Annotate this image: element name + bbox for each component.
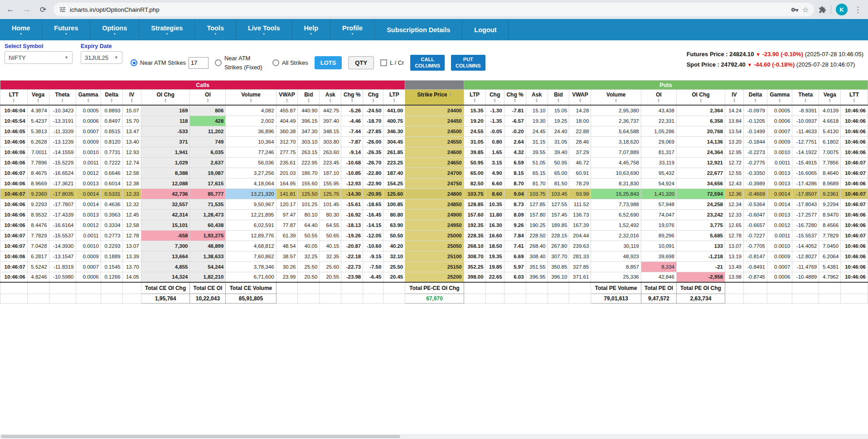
puts-vega-cell: 8.4640 <box>819 168 841 178</box>
column-header-calls-ltp[interactable]: LTP▲▼ <box>383 90 405 106</box>
column-header-puts-theta[interactable]: Theta▲▼ <box>792 90 819 106</box>
puts-vwap-cell: 18.00 <box>569 116 591 126</box>
column-header-calls-vwap[interactable]: VWAP▲▼ <box>276 90 298 106</box>
puts-bid-cell: 228.15 <box>548 230 569 241</box>
puts-vwap-cell: 46.72 <box>569 157 591 168</box>
column-header-puts-oi[interactable]: OI▲▼ <box>641 90 676 106</box>
reload-icon[interactable]: ⟳ <box>37 4 49 15</box>
column-header-puts-iv[interactable]: IV▲▼ <box>725 90 743 106</box>
l-cr-checkbox[interactable] <box>380 59 387 66</box>
column-header-puts-vega[interactable]: Vega▲▼ <box>819 90 841 106</box>
put-columns-button[interactable]: PUT COLUMNS <box>451 55 485 71</box>
column-header-calls-chg[interactable]: Chg %▲▼ <box>341 90 363 106</box>
nav-item-strategies[interactable]: Strategies▼ <box>139 19 195 40</box>
puts-delta-cell: -0.1499 <box>743 126 767 136</box>
caret-down-icon: ▼ <box>65 33 68 35</box>
extensions-icon[interactable] <box>819 6 826 14</box>
password-key-icon[interactable] <box>791 6 799 14</box>
puts-volume-cell: 3,18,620 <box>591 136 641 147</box>
total-value-total-ce-volume: 85,91,805 <box>226 294 276 304</box>
sort-arrows-icon: ▲▼ <box>351 98 354 103</box>
nav-item-live-tools[interactable]: Live Tools▼ <box>236 19 292 40</box>
calls-ltt-cell: 10:46:06 <box>0 147 28 157</box>
puts-chg-cell: 19.35 <box>485 251 504 261</box>
puts-vwap-cell: 37.29 <box>569 147 591 157</box>
puts-ask-cell: 103.75 <box>526 188 548 199</box>
nav-item-help[interactable]: Help▼ <box>292 19 330 40</box>
column-header-calls-ask[interactable]: Ask▲▼ <box>320 90 341 106</box>
call-columns-button[interactable]: CALL COLUMNS <box>410 55 445 71</box>
qty-button[interactable]: QTY <box>348 56 374 69</box>
calls-gamma-cell: 0.0006 <box>76 272 101 282</box>
nav-item-options[interactable]: Options▼ <box>90 19 139 40</box>
column-header-puts-ask[interactable]: Ask▲▼ <box>526 90 548 106</box>
column-header-puts-chg[interactable]: Chg▲▼ <box>485 90 504 106</box>
column-header-puts-bid[interactable]: Bid▲▼ <box>548 90 569 106</box>
column-header-puts-delta[interactable]: Delta▲▼ <box>743 90 767 106</box>
site-info-icon[interactable] <box>59 6 66 13</box>
horizontal-scrollbar[interactable] <box>0 434 868 439</box>
back-icon[interactable]: ← <box>5 4 16 15</box>
menu-kebab-icon[interactable]: ⋮ <box>852 5 863 14</box>
column-header-calls-volume[interactable]: Volume▲▼ <box>226 90 276 106</box>
column-header-calls-ltt[interactable]: LTT▲▼ <box>0 90 28 106</box>
nav-item-home[interactable]: Home▼ <box>0 19 42 40</box>
puts-oi-cell: 54,924 <box>641 178 676 188</box>
column-header-calls-vega[interactable]: Vega▲▼ <box>27 90 49 106</box>
column-header-puts-chg[interactable]: Chg %▲▼ <box>504 90 526 106</box>
column-header-calls-chg[interactable]: Chg▲▼ <box>363 90 383 106</box>
total-label-total-pe-oi: Total PE OI <box>641 282 676 294</box>
column-header-strike-strike-price[interactable]: Strike Price▲▼ <box>405 90 464 106</box>
near-atm-count-input[interactable] <box>189 57 209 69</box>
nav-item-tools[interactable]: Tools▼ <box>195 19 236 40</box>
nav-item-futures[interactable]: Futures▼ <box>42 19 90 40</box>
profile-avatar[interactable]: K <box>836 4 848 15</box>
nav-item-subscription-details[interactable]: Subscription Details <box>375 19 462 40</box>
puts-oi-chg-cell: 24,364 <box>676 147 725 157</box>
symbol-select[interactable]: NIFTY ▼ <box>5 51 73 64</box>
spot-time: (2025-07-28 10:46:07) <box>796 61 855 68</box>
empty-cell <box>363 282 383 294</box>
puts-ask-cell: 190.25 <box>526 220 548 230</box>
near-atm-fixed-radio[interactable] <box>215 59 222 66</box>
all-strikes-radio[interactable] <box>272 59 279 66</box>
url-bar[interactable]: icharts.in/opt/OptionChainRT.php ☆ <box>53 3 814 16</box>
calls-chg-cell: -6.45 <box>363 272 383 282</box>
calls-theta-cell: -10.3423 <box>49 105 76 116</box>
column-header-puts-ltp[interactable]: LTP▲▼ <box>464 90 485 106</box>
lots-button[interactable]: LOTS <box>315 56 342 69</box>
column-header-puts-oi-chg[interactable]: OI Chg▲▼ <box>676 90 725 106</box>
column-header-calls-theta[interactable]: Theta▲▼ <box>49 90 76 106</box>
nav-item-profile[interactable]: Profile▼ <box>330 19 375 40</box>
column-header-puts-volume[interactable]: Volume▲▼ <box>591 90 641 106</box>
sort-arrows-icon: ▲▼ <box>557 98 560 103</box>
option-row-24650: 10:46:067.7896-15.52290.00110.722212.741… <box>0 157 868 168</box>
nav-item-label: Profile <box>342 24 363 32</box>
column-header-calls-gamma[interactable]: Gamma▲▼ <box>76 90 101 106</box>
puts-oi-chg-cell: 20,768 <box>676 126 725 136</box>
bookmark-star-icon[interactable]: ☆ <box>802 5 809 14</box>
puts-oi-cell: 22,331 <box>641 116 676 126</box>
column-header-calls-delta[interactable]: Delta▲▼ <box>101 90 122 106</box>
column-header-calls-oi[interactable]: OI▲▼ <box>190 90 226 106</box>
column-header-calls-bid[interactable]: Bid▲▼ <box>298 90 320 106</box>
forward-icon[interactable]: → <box>21 4 33 15</box>
column-header-puts-ltt[interactable]: LTT▲▼ <box>841 90 868 106</box>
sort-arrows-icon: ▲▼ <box>449 92 452 97</box>
column-label: Delta <box>105 92 118 98</box>
puts-delta-cell: -0.2273 <box>743 147 767 157</box>
expiry-select[interactable]: 31JUL25 ▼ <box>81 51 122 64</box>
puts-delta-cell: -0.4669 <box>743 188 767 199</box>
column-header-puts-vwap[interactable]: VWAP▲▼ <box>569 90 591 106</box>
puts-bid-cell: 157.45 <box>548 209 569 220</box>
column-header-puts-gamma[interactable]: Gamma▲▼ <box>767 90 792 106</box>
column-header-calls-oi-chg[interactable]: OI Chg▲▼ <box>141 90 190 106</box>
puts-ltt-cell: 10:46:06 <box>841 147 868 157</box>
calls-vega-cell: 8.4476 <box>27 220 49 230</box>
near-atm-strikes-radio[interactable] <box>131 59 137 66</box>
sort-arrows-icon: ▲▼ <box>494 98 496 103</box>
nav-item-logout[interactable]: Logout <box>462 19 509 40</box>
column-header-calls-iv[interactable]: IV▲▼ <box>122 90 141 106</box>
puts-vega-cell: 8.9689 <box>819 178 841 188</box>
scrollbar-thumb[interactable] <box>1 435 400 438</box>
